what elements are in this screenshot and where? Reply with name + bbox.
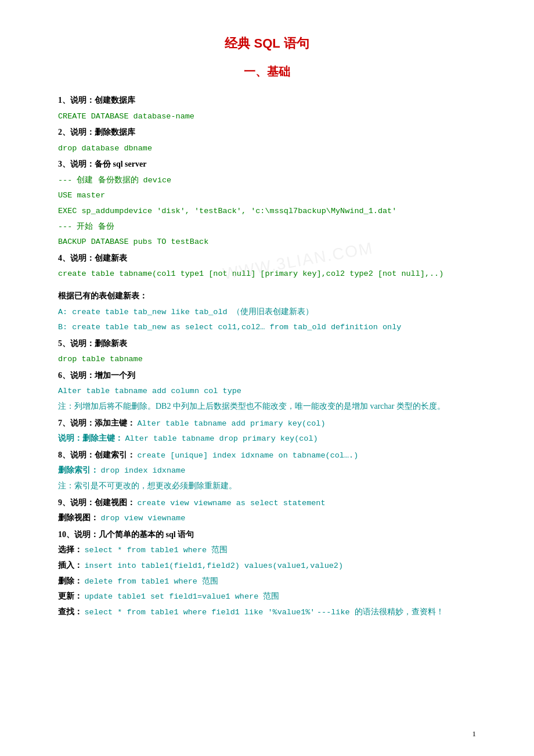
item10-insert-label: 插入： <box>58 561 82 570</box>
item4-code: create table tabname(col1 type1 [not nul… <box>58 269 443 278</box>
item3-sub2: --- 开始 备份 <box>58 222 114 231</box>
item9-label1: 9、说明：创建视图： <box>58 498 135 507</box>
item3-label: 3、说明：备份 sql server <box>58 160 146 168</box>
item9-code2: drop view viewname <box>101 514 186 523</box>
item1-code: CREATE DATABASE database-name <box>58 112 194 121</box>
item-6: 6、说明：增加一个列 Alter table tabname add colum… <box>58 369 476 414</box>
item10-update-code: update table1 set field1=value1 where 范围 <box>85 592 280 601</box>
item6-code: Alter table tabname add column col type <box>58 387 241 395</box>
item1-label: 1、说明：创建数据库 <box>58 96 135 105</box>
page-number: 1 <box>472 729 477 739</box>
item4b-codeB: B: create table tab_new as select col1,c… <box>58 323 401 332</box>
item-4: 4、说明：创建新表 create table tabname(col1 type… <box>58 251 476 281</box>
item-1: 1、说明：创建数据库 CREATE DATABASE database-name <box>58 93 476 123</box>
item7-code2: Alter table tabname drop primary key(col… <box>125 434 318 443</box>
item4-label: 4、说明：创建新表 <box>58 254 127 262</box>
item10-insert-code: insert into table1(field1,field2) values… <box>85 561 344 570</box>
item2-label: 2、说明：删除数据库 <box>58 128 135 136</box>
item7-label2: 说明：删除主键： <box>58 434 123 442</box>
item5-code: drop table tabname <box>58 355 143 363</box>
item10-delete-label: 删除： <box>58 577 82 585</box>
item-4b: 根据已有的表创建新表： A: create table tab_new like… <box>58 289 476 334</box>
item-9: 9、说明：创建视图： create view viewname as selec… <box>58 496 476 525</box>
item8-code2: drop index idxname <box>101 466 186 475</box>
item8-label2: 删除索引： <box>58 466 99 474</box>
item7-label1: 7、说明：添加主键： <box>58 419 135 427</box>
item-3: 3、说明：备份 sql server --- 创建 备份数据的 device U… <box>58 157 476 249</box>
item6-label: 6、说明：增加一个列 <box>58 371 135 380</box>
item10-update-label: 更新： <box>58 592 82 600</box>
item3-code2: EXEC sp_addumpdevice 'disk', 'testBack',… <box>58 207 396 215</box>
item7-code1: Alter table tabname add primary key(col) <box>138 419 326 428</box>
item9-label2: 删除视图： <box>58 513 99 522</box>
item8-label1: 8、说明：创建索引： <box>58 451 135 459</box>
item10-select-label: 选择： <box>58 545 82 554</box>
item8-note: 注：索引是不可更改的，想更改必须删除重新建。 <box>58 481 237 490</box>
item10-find-label: 查找： <box>58 607 82 616</box>
item-7: 7、说明：添加主键： Alter table tabname add prima… <box>58 416 476 446</box>
item2-code: drop database dbname <box>58 144 152 153</box>
item3-code3: BACKUP DATABASE pubs TO testBack <box>58 237 208 246</box>
item3-code1: USE master <box>58 191 105 200</box>
item5-label: 5、说明：删除新表 <box>58 339 127 348</box>
item10-label: 10、说明：几个简单的基本的 sql 语句 <box>58 530 194 539</box>
item9-code1: create view viewname as select statement <box>138 499 326 507</box>
item-10: 10、说明：几个简单的基本的 sql 语句 选择： select * from … <box>58 528 476 620</box>
section-title: 一、基础 <box>58 64 476 80</box>
item8-code1: create [unique] index idxname on tabname… <box>138 451 359 460</box>
page-title: 经典 SQL 语句 <box>58 35 476 52</box>
item10-find-note: ---like 的语法很精妙，查资料！ <box>317 608 444 617</box>
item-8: 8、说明：创建索引： create [unique] index idxname… <box>58 448 476 494</box>
item-5: 5、说明：删除新表 drop table tabname <box>58 337 476 366</box>
item-2: 2、说明：删除数据库 drop database dbname <box>58 125 476 155</box>
item10-delete-code: delete from table1 where 范围 <box>85 577 219 586</box>
item6-note: 注：列增加后将不能删除。DB2 中列加上后数据类型也不能改变，唯一能改变的是增加… <box>58 402 445 411</box>
item4b-codeA: A: create table tab_new like tab_old （使用… <box>58 308 313 316</box>
item10-select-code: select * from table1 where 范围 <box>85 546 228 555</box>
item10-find-code: select * from table1 where field1 like '… <box>85 608 315 617</box>
item4b-label: 根据已有的表创建新表： <box>58 291 147 300</box>
item3-sub1: --- 创建 备份数据的 device <box>58 176 171 185</box>
